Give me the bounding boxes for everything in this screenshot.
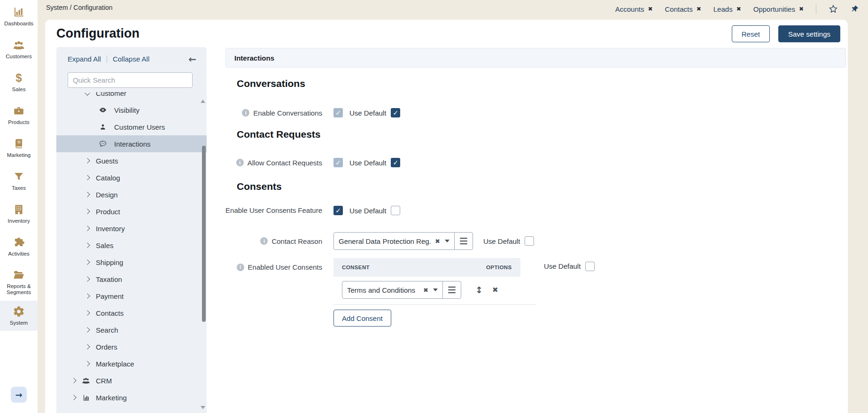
- clear-icon[interactable]: [423, 287, 428, 294]
- tab-contacts[interactable]: Contacts: [665, 5, 701, 13]
- sidebar-item-inventory[interactable]: Inventory: [0, 197, 38, 230]
- tab-leads[interactable]: Leads: [713, 5, 741, 13]
- tab-opportunities[interactable]: Opportunities: [753, 5, 804, 13]
- tree-item-inventory[interactable]: Inventory: [56, 220, 207, 237]
- info-icon[interactable]: [260, 237, 268, 245]
- chevron-right-icon: [85, 344, 90, 349]
- use-default-label: Use Default: [349, 207, 386, 215]
- tree-item-contacts[interactable]: Contacts: [56, 304, 207, 321]
- tree-item-shipping[interactable]: Shipping: [56, 254, 207, 271]
- sidebar-item-sales[interactable]: $ Sales: [0, 66, 38, 99]
- tab-contacts-label: Contacts: [665, 5, 693, 13]
- tree-item-catalog[interactable]: Catalog: [56, 169, 207, 186]
- clear-icon[interactable]: [435, 238, 440, 245]
- contact-reason-select[interactable]: General Data Protection Reg...: [333, 232, 455, 250]
- chevron-right-icon: [85, 242, 90, 248]
- use-default-checkbox[interactable]: [525, 236, 534, 246]
- close-icon[interactable]: [648, 6, 652, 12]
- info-icon[interactable]: [236, 159, 244, 166]
- chevron-right-icon: [85, 310, 90, 315]
- collapse-all-link[interactable]: Collapse All: [113, 55, 149, 63]
- entity-select-grid-button[interactable]: [454, 232, 473, 250]
- favorite-star-icon[interactable]: [829, 4, 838, 14]
- user-icon: [99, 123, 107, 131]
- sidebar-item-activities[interactable]: Activities: [0, 230, 38, 263]
- use-default-checkbox[interactable]: [391, 108, 400, 117]
- sidebar-item-system[interactable]: System: [0, 301, 38, 331]
- info-icon[interactable]: [242, 109, 249, 117]
- entity-select-grid-button[interactable]: [442, 281, 461, 299]
- sidebar-item-marketing[interactable]: Marketing: [0, 132, 38, 164]
- sidebar-item-label: Sales: [12, 86, 26, 93]
- info-icon[interactable]: [237, 264, 244, 271]
- tree-item-marketing[interactable]: Marketing: [56, 389, 207, 406]
- tree-item-marketplace[interactable]: Marketplace: [56, 355, 207, 372]
- sidebar-item-customers[interactable]: Customers: [0, 33, 38, 66]
- tree-item-search[interactable]: Search: [56, 321, 207, 338]
- section-heading-consents: Consents: [237, 181, 282, 192]
- chevron-right-icon: [85, 293, 90, 298]
- close-icon[interactable]: [697, 6, 701, 12]
- chevron-right-icon: [85, 175, 90, 180]
- setting-label: Allow Contact Requests: [248, 158, 322, 167]
- consent-select[interactable]: Terms and Conditions: [342, 281, 443, 299]
- delete-row-icon[interactable]: [492, 286, 498, 294]
- options-column-header: OPTIONS: [486, 265, 512, 270]
- setting-row-enabled-user-consents: Enabled User Consents CONSENT OPTIONS Te…: [225, 258, 846, 327]
- setting-label: Enable User Consents Feature: [225, 206, 322, 215]
- tree-item-interactions[interactable]: Interactions: [56, 135, 207, 152]
- tree-item-orders[interactable]: Orders: [56, 338, 207, 355]
- folder-icon: [13, 269, 25, 281]
- page-title: Configuration: [56, 26, 140, 41]
- tree-item-customer[interactable]: Customer: [56, 92, 207, 101]
- application-root: System / Configuration Accounts Contacts…: [0, 0, 868, 413]
- enable-conversations-checkbox[interactable]: [333, 108, 343, 117]
- briefcase-icon: [13, 105, 25, 117]
- check-icon: [335, 206, 341, 215]
- tree-item-customer-users[interactable]: Customer Users: [56, 118, 207, 135]
- use-default-checkbox[interactable]: [391, 158, 400, 167]
- use-default-checkbox[interactable]: [391, 206, 400, 215]
- scroll-up-arrow-icon[interactable]: [201, 100, 205, 103]
- close-icon[interactable]: [799, 6, 804, 12]
- tree-item-design[interactable]: Design: [56, 186, 207, 203]
- chevron-right-icon: [71, 395, 76, 400]
- sidebar-item-dashboards[interactable]: Dashboards: [0, 0, 38, 33]
- settings-content: Interactions Conversations Enable Conver…: [225, 47, 846, 413]
- scroll-down-arrow-icon[interactable]: [201, 406, 205, 409]
- header-actions: Reset Save settings: [732, 25, 840, 42]
- tree-item-guests[interactable]: Guests: [56, 152, 207, 169]
- sidebar-expand-toggle[interactable]: →: [11, 387, 27, 403]
- setting-label: Enabled User Consents: [248, 263, 322, 272]
- close-icon[interactable]: [736, 6, 741, 12]
- use-default-checkbox[interactable]: [585, 262, 595, 271]
- pin-icon[interactable]: [850, 4, 860, 14]
- expand-all-link[interactable]: Expand All: [68, 55, 101, 63]
- section-heading-contact-requests: Contact Requests: [237, 129, 321, 140]
- chevron-right-icon: [85, 192, 90, 197]
- tree-scrollbar-thumb[interactable]: [202, 146, 206, 322]
- tree-item-payment[interactable]: Payment: [56, 288, 207, 304]
- tree-item-taxation[interactable]: Taxation: [56, 271, 207, 288]
- tab-accounts[interactable]: Accounts: [615, 5, 653, 13]
- allow-contact-requests-checkbox[interactable]: [333, 158, 343, 167]
- enable-user-consents-checkbox[interactable]: [333, 206, 343, 215]
- collapse-panel-arrow-icon[interactable]: ←: [188, 54, 196, 65]
- quick-search-input[interactable]: [68, 72, 193, 88]
- move-row-icon[interactable]: [475, 286, 483, 295]
- tree-item-product[interactable]: Product: [56, 203, 207, 220]
- sidebar-item-label: Activities: [8, 251, 29, 257]
- sidebar-item-taxes[interactable]: Taxes: [0, 164, 38, 197]
- save-settings-button[interactable]: Save settings: [778, 25, 840, 42]
- funnel-icon: [13, 171, 25, 183]
- reset-button[interactable]: Reset: [732, 25, 770, 42]
- top-bar: System / Configuration Accounts Contacts…: [38, 0, 868, 20]
- tree-item-sales[interactable]: Sales: [56, 237, 207, 254]
- sidebar-item-products[interactable]: Products: [0, 99, 38, 132]
- add-consent-button[interactable]: Add Consent: [333, 310, 391, 327]
- sidebar-item-reports-segments[interactable]: Reports & Segments: [0, 263, 38, 301]
- tree-item-crm[interactable]: CRM: [56, 372, 207, 389]
- table-row-divider: [333, 304, 535, 305]
- tree-item-visibility[interactable]: Visibility: [56, 101, 207, 118]
- bar-chart-icon: [82, 393, 90, 402]
